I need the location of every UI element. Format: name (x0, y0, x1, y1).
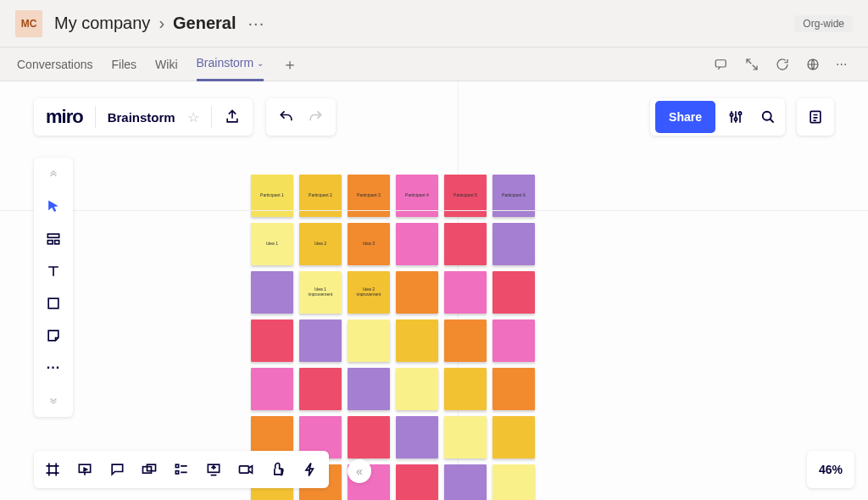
sticky-note[interactable] (444, 368, 487, 410)
divider (211, 106, 212, 128)
sticky-note[interactable] (348, 416, 390, 458)
miro-bottom-toolbar (34, 451, 329, 488)
templates-tool[interactable] (43, 229, 64, 249)
text-tool[interactable] (43, 261, 64, 281)
svg-point-4 (738, 112, 741, 114)
tab-brainstorm-label: Brainstorm (197, 56, 254, 69)
sticky-note[interactable] (299, 368, 342, 410)
reply-icon[interactable] (714, 57, 729, 72)
frame-tool-icon[interactable] (44, 461, 61, 478)
export-icon[interactable] (224, 108, 241, 125)
undo-icon[interactable] (278, 108, 295, 125)
expand-icon[interactable] (744, 57, 760, 72)
sticky-note[interactable]: Participant 6 (492, 175, 535, 217)
miro-top-toolbar: miro Brainstorm ☆ Share (34, 98, 834, 136)
sticky-note[interactable] (251, 271, 293, 314)
video-icon[interactable] (237, 461, 254, 478)
sticky-note[interactable] (492, 271, 535, 314)
collapse-down-icon[interactable] (43, 390, 64, 410)
breadcrumb-parent[interactable]: My company (54, 14, 150, 33)
zoom-level[interactable]: 46% (807, 451, 854, 488)
timer-icon[interactable] (302, 461, 319, 478)
svg-rect-7 (47, 234, 58, 237)
sticky-note[interactable] (396, 368, 438, 410)
star-icon[interactable]: ☆ (187, 109, 199, 125)
sticky-note[interactable] (444, 416, 487, 458)
miro-logo[interactable]: miro (46, 106, 83, 128)
vote-icon[interactable] (270, 461, 287, 478)
sticky-note[interactable] (492, 319, 535, 362)
refresh-icon[interactable] (775, 57, 790, 72)
sticky-note[interactable] (348, 319, 390, 362)
sticky-note[interactable] (396, 416, 438, 458)
more-tools[interactable]: ··· (43, 358, 64, 378)
sticky-note[interactable] (348, 368, 390, 410)
sticky-note[interactable]: Participant 2 (299, 175, 342, 217)
miro-app: Participant 1Participant 2Participant 3P… (0, 81, 868, 500)
breadcrumb-current[interactable]: General (173, 14, 236, 33)
tabs-right-actions: ··· (714, 57, 851, 72)
list-icon[interactable] (173, 461, 190, 478)
add-tab-button[interactable]: ＋ (282, 54, 298, 75)
sticky-note[interactable]: Idea 1 improvement (299, 271, 342, 314)
sticky-note[interactable] (396, 223, 438, 265)
sticky-note[interactable]: Idea 2 (299, 223, 342, 265)
activity-card[interactable] (797, 98, 834, 136)
sticky-note[interactable] (492, 223, 535, 265)
svg-rect-0 (715, 59, 726, 66)
screen-share-icon[interactable] (205, 461, 222, 478)
comment-icon[interactable] (108, 461, 125, 478)
share-button[interactable]: Share (655, 101, 715, 133)
svg-rect-9 (55, 241, 59, 244)
breadcrumb-more[interactable]: ··· (245, 14, 269, 33)
sticky-note[interactable]: Participant 3 (348, 175, 390, 217)
sticky-note[interactable]: Participant 4 (396, 175, 438, 217)
sticky-note[interactable] (396, 464, 438, 500)
tab-files[interactable]: Files (112, 47, 137, 81)
sticky-note[interactable]: Participant 1 (251, 175, 293, 217)
globe-icon[interactable] (805, 57, 821, 72)
sticky-note[interactable] (444, 271, 487, 314)
sticky-note[interactable] (299, 319, 342, 362)
settings-sliders-icon[interactable] (724, 108, 748, 125)
more-icon[interactable]: ··· (836, 57, 851, 72)
sticky-note[interactable]: Idea 3 (348, 223, 390, 265)
breadcrumb-separator: › (159, 14, 164, 33)
redo-icon[interactable] (307, 108, 324, 125)
miro-board-card: miro Brainstorm ☆ (34, 98, 253, 136)
sticky-tool[interactable] (43, 325, 64, 346)
svg-rect-17 (240, 466, 249, 473)
tab-conversations[interactable]: Conversations (17, 47, 93, 81)
sticky-note[interactable]: Participant 5 (444, 175, 487, 217)
sticky-note[interactable] (492, 464, 535, 500)
svg-rect-8 (47, 241, 53, 244)
miro-canvas[interactable]: Participant 1Participant 2Participant 3P… (0, 81, 868, 500)
sticky-note[interactable] (444, 464, 487, 500)
sticky-note[interactable] (396, 319, 438, 362)
svg-rect-10 (48, 298, 58, 308)
tab-brainstorm[interactable]: Brainstorm ⌄ (197, 47, 264, 81)
org-wide-badge: Org-wide (794, 15, 853, 32)
undo-redo-card (266, 98, 336, 136)
presentation-icon[interactable] (76, 461, 93, 478)
sticky-note[interactable] (444, 319, 487, 362)
collapse-bottom-toolbar-icon[interactable]: « (348, 459, 371, 483)
sticky-note[interactable] (444, 223, 487, 265)
team-avatar[interactable]: MC (15, 10, 42, 37)
tab-wiki[interactable]: Wiki (155, 47, 177, 81)
shape-tool[interactable] (43, 293, 64, 314)
collapse-up-icon[interactable] (43, 164, 64, 185)
search-icon[interactable] (756, 108, 780, 125)
card-icon[interactable] (141, 461, 158, 478)
sticky-note[interactable]: Idea 2 improvement (348, 271, 390, 314)
sticky-note[interactable] (396, 271, 438, 314)
board-name[interactable]: Brainstorm (108, 110, 175, 125)
sticky-note[interactable] (492, 368, 535, 410)
sticky-note[interactable] (492, 416, 535, 458)
sticky-note[interactable] (251, 368, 293, 410)
select-tool[interactable] (43, 197, 64, 217)
sticky-note[interactable] (251, 319, 293, 362)
miro-left-toolbar: ··· (34, 158, 73, 417)
svg-point-3 (734, 118, 737, 120)
sticky-note[interactable]: Idea 1 (251, 223, 293, 265)
